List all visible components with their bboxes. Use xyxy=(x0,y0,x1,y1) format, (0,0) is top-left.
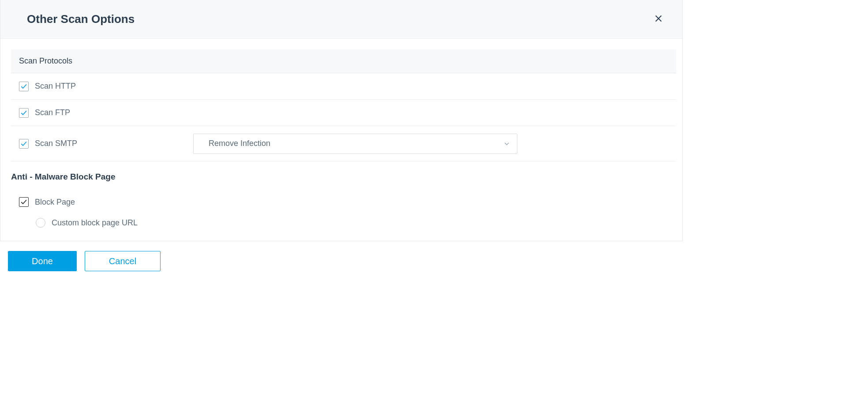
custom-block-url-radio[interactable] xyxy=(36,218,45,228)
done-button-label: Done xyxy=(32,256,53,266)
scan-http-row: Scan HTTP xyxy=(11,73,676,100)
check-icon xyxy=(20,198,27,206)
check-icon xyxy=(20,83,27,90)
smtp-action-select[interactable]: Remove Infection xyxy=(193,134,517,154)
other-scan-options-panel: Other Scan Options Scan Protocols Scan H… xyxy=(0,0,683,241)
scan-ftp-row: Scan FTP xyxy=(11,100,676,126)
block-page-checkbox[interactable] xyxy=(19,197,29,207)
scan-http-checkbox[interactable] xyxy=(19,82,29,91)
smtp-action-selected-value: Remove Infection xyxy=(209,139,270,148)
panel-title: Other Scan Options xyxy=(27,12,135,26)
block-page-row: Block Page xyxy=(11,189,676,215)
scan-smtp-label: Scan SMTP xyxy=(35,139,77,148)
panel-header: Other Scan Options xyxy=(0,0,682,39)
block-page-label: Block Page xyxy=(35,198,75,207)
scan-smtp-left: Scan SMTP xyxy=(19,139,193,149)
close-icon xyxy=(654,14,663,25)
scan-smtp-row: Scan SMTP Remove Infection xyxy=(11,126,676,161)
scan-http-label: Scan HTTP xyxy=(35,82,76,91)
scan-smtp-checkbox[interactable] xyxy=(19,139,29,149)
dialog-footer: Done Cancel xyxy=(0,241,683,281)
check-icon xyxy=(20,109,27,116)
custom-block-url-row: Custom block page URL xyxy=(11,215,676,230)
done-button[interactable]: Done xyxy=(8,251,77,271)
scan-ftp-checkbox[interactable] xyxy=(19,108,29,118)
scan-protocols-header: Scan Protocols xyxy=(11,49,676,73)
scan-ftp-label: Scan FTP xyxy=(35,108,70,117)
panel-body: Scan Protocols Scan HTTP Scan FTP Scan S… xyxy=(0,39,682,241)
check-icon xyxy=(20,140,27,147)
cancel-button-label: Cancel xyxy=(109,256,136,266)
close-button[interactable] xyxy=(652,13,665,26)
anti-malware-title: Anti - Malware Block Page xyxy=(11,161,676,189)
custom-block-url-label: Custom block page URL xyxy=(52,218,138,228)
chevron-down-icon xyxy=(503,140,511,148)
cancel-button[interactable]: Cancel xyxy=(85,251,161,271)
